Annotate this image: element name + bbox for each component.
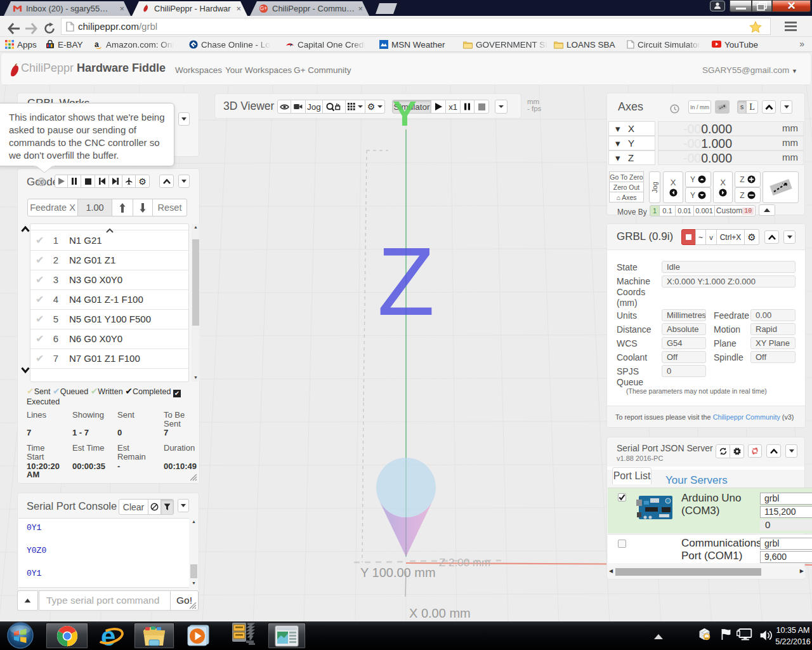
svg-text:X 0.00 mm: X 0.00 mm xyxy=(409,606,471,620)
svg-text:a: a xyxy=(95,40,99,49)
svg-text:Z 2.00 mm: Z 2.00 mm xyxy=(439,557,490,569)
svg-text:e: e xyxy=(101,623,115,648)
svg-text:Y 100.00 mm: Y 100.00 mm xyxy=(360,566,436,580)
svg-text:Z: Z xyxy=(377,227,435,335)
svg-text:G+: G+ xyxy=(260,5,268,11)
svg-text:Y: Y xyxy=(393,94,416,131)
